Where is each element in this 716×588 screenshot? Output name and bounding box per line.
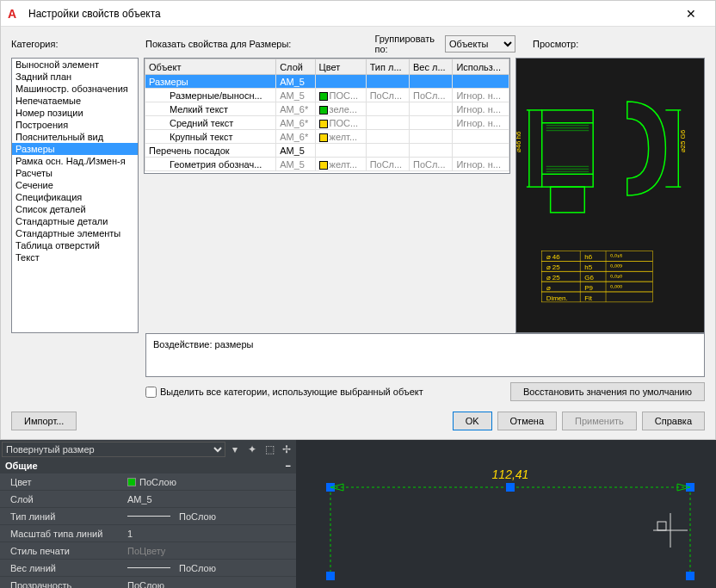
drawing-canvas[interactable]: 112,41 [296,440,716,588]
cancel-button[interactable]: Отмена [497,412,557,430]
pick-add-icon[interactable]: ✢ [279,442,294,457]
collapse-icon[interactable]: − [286,461,291,471]
dialog-title: Настройки свойств объекта [28,8,674,20]
category-item[interactable]: Расчеты [12,167,138,179]
table-row[interactable]: Размерные/выносн...AM_5ПОС...ПоСл...ПоСл… [145,89,509,102]
category-item[interactable]: Стандартные элементы [12,227,138,239]
restore-defaults-button[interactable]: Восстановить значения по умолчанию [510,382,705,401]
table-row[interactable]: Крупный текстAM_6*желт... [145,130,509,144]
category-item[interactable]: Задний план [12,71,138,83]
svg-rect-0 [542,110,593,187]
group-by-select[interactable]: Объекты [445,35,515,53]
svg-text:⌀ 25: ⌀ 25 [546,263,561,271]
category-item[interactable]: Номер позиции [12,107,138,119]
category-item[interactable]: Выносной элемент [12,59,138,71]
toggle-pip-icon[interactable]: ▾ [227,442,243,457]
dimension-text: 112,41 [492,467,529,481]
property-row[interactable]: Стиль печатиПоЦвету [0,542,296,559]
group-header[interactable]: Общие− [0,459,296,473]
table-row[interactable]: РазмерыAM_5 [145,75,509,89]
quick-select-icon[interactable]: ✦ [244,442,260,457]
svg-text:⁰·⁰⁰⁹: ⁰·⁰⁰⁹ [610,263,622,271]
category-item[interactable]: Построения [12,119,138,131]
category-item[interactable]: Стандартные детали [12,215,138,227]
ok-button[interactable]: OK [453,412,492,430]
category-item[interactable]: Непечатаемые [12,95,138,107]
svg-text:⌀ 25: ⌀ 25 [546,274,561,282]
table-row[interactable]: Перечень посадокAM_5 [145,144,509,158]
table-row[interactable]: Мелкий текстAM_6*зеле...Игнор. н... [145,102,509,116]
table-row[interactable]: Средний текстAM_6*ПОС...Игнор. н... [145,116,509,130]
preview-pane: ⌀46 h6 ⌀25 G6 ⌀ 46h6⁰·⁰¹⁶⌀ 25h5⁰·⁰⁰⁹⌀ 25… [515,58,705,333]
group-by-label: Группировать по: [375,34,435,54]
table-row[interactable]: Геометрия обознач...AM_5желт...ПоСл...По… [145,158,509,171]
highlight-checkbox[interactable]: Выделить все категории, использующие выб… [145,387,423,398]
svg-text:⁰·⁰⁰⁰: ⁰·⁰⁰⁰ [610,284,622,292]
svg-text:P9: P9 [584,284,593,292]
svg-text:⁰·⁰²⁰: ⁰·⁰²⁰ [610,274,622,282]
labels-row: Категория: Показать свойства для Размеры… [1,27,715,58]
svg-text:⁰·⁰¹⁶: ⁰·⁰¹⁶ [610,254,622,262]
svg-text:h5: h5 [584,263,592,271]
object-type-select[interactable]: Повернутый размер [2,442,225,457]
svg-rect-51 [657,522,666,530]
category-label: Категория: [11,39,139,49]
svg-text:⌀46 h6: ⌀46 h6 [516,131,522,152]
category-item[interactable]: Рамка осн. Над./Измен-я [12,155,138,167]
svg-text:⌀25 G6: ⌀25 G6 [679,130,687,153]
category-item[interactable]: Размеры [12,143,138,155]
property-row[interactable]: СлойAM_5 [0,490,296,507]
preview-label: Просмотр: [533,39,705,49]
category-item[interactable]: Пояснительный вид [12,131,138,143]
property-row[interactable]: ПрозрачностьПоСлою [0,576,296,588]
show-props-label: Показать свойства для Размеры: [145,39,368,49]
category-item[interactable]: Текст [12,251,138,263]
property-row[interactable]: ЦветПоСлою [0,473,296,490]
property-row[interactable]: Тип линийПоСлою [0,507,296,524]
svg-rect-46 [506,483,515,492]
svg-rect-6 [551,187,585,213]
category-list[interactable]: Выносной элементЗадний планМашиностр. об… [11,58,139,333]
svg-text:G6: G6 [584,274,594,282]
category-item[interactable]: Таблица отверстий [12,239,138,251]
svg-rect-44 [326,572,335,580]
apply-button: Применить [562,412,637,430]
svg-text:⌀ 46: ⌀ 46 [546,254,561,262]
properties-palette[interactable]: Повернутый размер ▾ ✦ ⬚ ✢ Общие− ЦветПоС… [0,440,296,588]
category-item[interactable]: Список деталей [12,203,138,215]
impact-box: Воздействие: размеры [145,333,705,377]
titlebar: A Настройки свойств объекта ✕ [1,1,715,27]
svg-rect-33 [542,282,653,292]
category-item[interactable]: Машиностр. обозначения [12,83,138,95]
property-row[interactable]: Вес линийПоСлою [0,559,296,576]
svg-text:Dimen.: Dimen. [546,294,568,302]
app-icon: A [8,7,22,21]
category-item[interactable]: Спецификация [12,191,138,203]
svg-rect-45 [686,572,694,580]
property-row[interactable]: Масштаб типа линий1 [0,524,296,542]
help-button[interactable]: Справка [642,412,705,430]
category-item[interactable]: Сечение [12,179,138,191]
select-objects-icon[interactable]: ⬚ [262,442,277,457]
properties-grid[interactable]: ОбъектСлойЦветТип л...Вес л...Использ...… [144,58,510,174]
close-button[interactable]: ✕ [674,1,708,27]
svg-text:h6: h6 [584,254,592,262]
settings-dialog: A Настройки свойств объекта ✕ Категория:… [0,0,716,440]
import-button[interactable]: Импорт... [11,412,77,430]
svg-text:Fit: Fit [584,294,593,302]
svg-text:⌀: ⌀ [546,284,551,292]
